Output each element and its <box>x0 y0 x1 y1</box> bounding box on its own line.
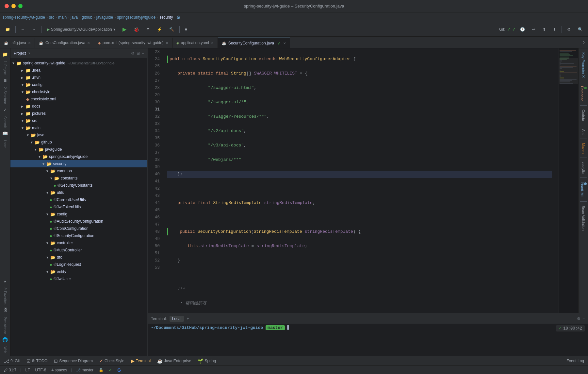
activity-web[interactable]: 🌐 <box>1 335 10 345</box>
sequence-btn[interactable]: ⊡ Sequence Diagram <box>53 358 94 364</box>
spring-btn[interactable]: 🌱 Spring <box>196 358 217 364</box>
tree-item-springsecurity[interactable]: ▼ 📂 springsecurityjwtguide <box>10 153 147 160</box>
tree-item-security[interactable]: ▼ 📂 security <box>10 160 147 167</box>
status-line-col[interactable]: 🖊 31:7 <box>3 368 18 372</box>
tree-arrow-security[interactable]: ▼ <box>42 162 46 166</box>
tree-item-config2[interactable]: ▼ 📂 config <box>10 211 147 218</box>
tree-item-config[interactable]: ▼ 📂 config <box>10 81 147 88</box>
back-button[interactable]: ← <box>18 25 27 34</box>
tree-item-utils[interactable]: ▼ 📂 utils <box>10 189 147 196</box>
tree-item-loginrequest[interactable]: ● ⓒ LoginRequest <box>10 261 147 268</box>
breadcrumb-src[interactable]: src <box>49 15 54 20</box>
tree-item-securityconstants[interactable]: ● ⓒ SecurityConstants <box>10 182 147 189</box>
tree-item-currentuser[interactable]: ● ⓒ CurrentUserUtils <box>10 196 147 203</box>
tree-arrow-utils[interactable]: ▼ <box>46 191 50 195</box>
tab-yaml-close[interactable]: ✕ <box>211 41 214 45</box>
terminal-content[interactable]: ~/Documents/GitHub/spring-security-jwt-g… <box>148 324 588 356</box>
tree-item-securityconfiguration[interactable]: ● ⓒ SecurityConfiguration <box>10 232 147 239</box>
activity-commit[interactable]: ✓ <box>1 105 10 114</box>
breadcrumb-java[interactable]: java <box>71 15 78 20</box>
tree-item-entity[interactable]: ▼ 📂 entity <box>10 268 147 275</box>
tree-item-src[interactable]: ▼ 📂 src <box>10 117 147 124</box>
forward-button[interactable]: → <box>29 25 39 34</box>
git-history-button[interactable]: 🕐 <box>517 25 528 34</box>
tree-item-jwtuser[interactable]: ● ⓒ JwtUser <box>10 275 147 282</box>
tree-item-jwttoken[interactable]: ● ⓒ JwtTokenUtils <box>10 203 147 211</box>
run-button[interactable]: ▶ <box>120 25 129 34</box>
activity-persistence[interactable]: 🗄 <box>1 306 10 315</box>
tab-cors-close[interactable]: ✕ <box>87 41 90 45</box>
breadcrumb-security[interactable]: security <box>159 15 173 20</box>
status-encoding[interactable]: LF <box>24 368 31 372</box>
status-lock-icon[interactable]: 🔒 <box>97 368 105 372</box>
tree-arrow-src[interactable]: ▼ <box>21 119 25 123</box>
tab-cors[interactable]: ☕ CorsConfiguration.java ✕ <box>35 38 94 48</box>
activity-structure[interactable]: ⊞ <box>1 76 10 85</box>
breadcrumb-springsecurity[interactable]: springsecurityjwtguide <box>117 15 155 20</box>
activity-learn[interactable]: 📖 <box>1 129 10 138</box>
database-panel-btn[interactable]: Database <box>579 83 588 104</box>
tree-arrow-config[interactable]: ▼ <box>21 83 25 87</box>
project-collapse-icon[interactable]: ⊟ <box>137 51 140 56</box>
tab-yaml[interactable]: ◈ application.yaml ✕ <box>172 38 218 48</box>
tab-security-config[interactable]: ☕ SecurityConfiguration.java ✓ ✕ <box>218 38 290 48</box>
java-enterprise-btn[interactable]: ☕ Java Enterprise <box>156 358 192 364</box>
tree-arrow-docs[interactable]: ▶ <box>21 105 25 108</box>
tree-arrow-mvn[interactable]: ▶ <box>21 76 25 79</box>
status-branch[interactable]: ⎇ master <box>75 368 95 372</box>
tab-config-close[interactable]: ✕ <box>28 41 31 45</box>
tree-arrow-github[interactable]: ▼ <box>30 141 34 144</box>
plantuml-panel-btn[interactable]: PlantUML <box>579 179 588 200</box>
status-charset[interactable]: UTF-8 <box>34 368 48 372</box>
tree-arrow-controller[interactable]: ▼ <box>46 241 50 245</box>
maven-panel-btn[interactable]: Maven <box>580 140 587 156</box>
settings-button[interactable]: ⚙ <box>564 25 573 34</box>
tree-item-root[interactable]: ▼ 📁 spring-security-jwt-guide ~/Document… <box>10 60 147 67</box>
tree-arrow-config2[interactable]: ▼ <box>46 212 50 216</box>
project-settings-icon[interactable]: ⚙ <box>131 51 135 56</box>
tree-arrow-constants[interactable]: ▼ <box>50 177 54 180</box>
tree-arrow-springsecurity[interactable]: ▼ <box>38 155 42 159</box>
todo-btn[interactable]: ☑ 6: TODO <box>25 358 49 364</box>
code-editor[interactable]: 23 24 25 26 27 28 29 30 31 32 33 34 <box>148 48 578 313</box>
ant-panel-btn[interactable]: Ant <box>580 127 587 137</box>
tree-arrow-java[interactable]: ▼ <box>26 133 30 137</box>
close-button[interactable] <box>5 4 9 8</box>
status-indent[interactable]: 4 spaces <box>50 368 69 372</box>
tree-arrow-entity[interactable]: ▼ <box>46 270 50 274</box>
tree-arrow-main[interactable]: ▼ <box>21 126 25 130</box>
terminal-tab-local[interactable]: Local <box>170 316 184 322</box>
tree-item-idea[interactable]: ▶ 📁 .idea <box>10 67 147 74</box>
activity-project[interactable]: 📁 <box>1 50 10 59</box>
tree-item-docs[interactable]: ▶ 📁 docs <box>10 103 147 110</box>
tree-item-java[interactable]: ▼ 📂 java <box>10 131 147 139</box>
tree-arrow-dto[interactable]: ▼ <box>46 256 50 259</box>
tab-pom-close[interactable]: ✕ <box>166 41 168 45</box>
tree-item-auditsecurity[interactable]: ● ⓒ AuditSecurityConfiguration <box>10 218 147 225</box>
status-git-check[interactable]: ✓ <box>107 368 113 372</box>
project-dropdown-icon[interactable]: ▾ <box>28 51 30 55</box>
terminal-btn[interactable]: ▶ Terminal <box>130 358 152 364</box>
tree-arrow-pictures[interactable]: ▶ <box>21 112 25 115</box>
tree-item-constants[interactable]: ▼ 📂 constants <box>10 175 147 182</box>
activity-favorites[interactable]: ★ <box>1 276 10 285</box>
project-pin-icon[interactable]: − <box>142 51 144 56</box>
profile-button[interactable]: ⚡ <box>155 25 165 34</box>
tree-item-controller[interactable]: ▼ 📂 controller <box>10 239 147 246</box>
breadcrumb-root[interactable]: spring-security-jwt-guide <box>3 15 45 20</box>
tree-arrow-idea[interactable]: ▶ <box>21 69 25 72</box>
git-revert-button[interactable]: ↩ <box>530 25 538 34</box>
tree-item-pictures[interactable]: ▶ 📁 pictures <box>10 110 147 117</box>
git-push-button[interactable]: ⬆ <box>540 25 548 34</box>
tree-item-main[interactable]: ▼ 📂 main <box>10 124 147 131</box>
breadcrumb-javaguide[interactable]: javaguide <box>96 15 113 20</box>
tree-item-common[interactable]: ▼ 📂 common <box>10 167 147 175</box>
tree-item-checkstyle-xml[interactable]: ◆ checkstyle.xml <box>10 95 147 103</box>
tree-item-mvn[interactable]: ▶ 📁 .mvn <box>10 74 147 81</box>
minimize-button[interactable] <box>11 4 16 8</box>
build-button[interactable]: 🔨 <box>167 25 177 34</box>
tree-item-checkstyle[interactable]: ▼ 📂 checkstyle <box>10 88 147 95</box>
tree-item-authcontroller[interactable]: ● ⓒ AuthController <box>10 246 147 254</box>
terminal-settings-icon[interactable]: ⚙ <box>577 316 580 321</box>
key-promoter-panel-btn[interactable]: Key Promoter X <box>580 50 587 80</box>
